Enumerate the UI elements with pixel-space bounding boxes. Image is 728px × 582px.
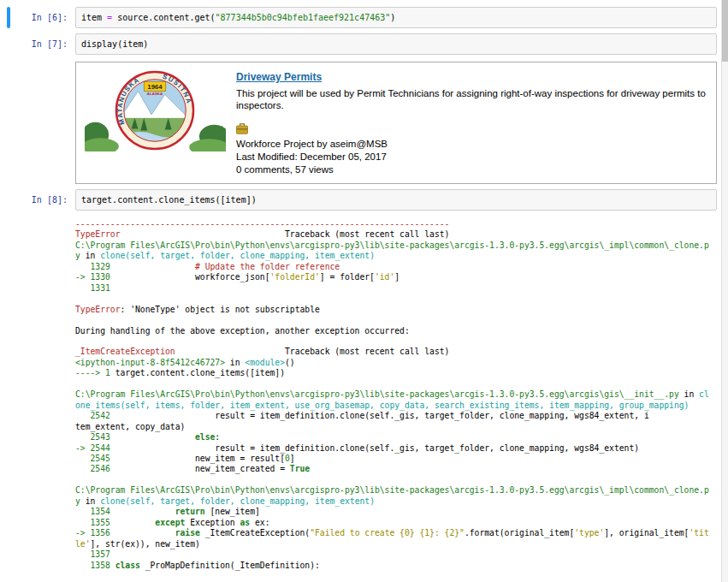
- source-line: [75, 336, 717, 347]
- source-line: 1331: [75, 283, 717, 294]
- source-line: -> 1356 raise _ItemCreateException("Fail…: [75, 528, 717, 538]
- source-line: [75, 475, 717, 485]
- source-line: <ipython-input-8-8f5412c46727> in <modul…: [75, 358, 717, 368]
- source-line: C:\Program Files\ArcGIS\Pro\bin\Python\e…: [75, 241, 717, 251]
- source-line: 1355 except Exception as ex:: [75, 518, 717, 528]
- output-area-7: MATANUSKA SUSITNA 1964 ALASKA Driveway P…: [75, 60, 717, 184]
- source-line: TypeError Traceback (most recent call la…: [75, 229, 717, 240]
- input-prompt-8: In [8]:: [0, 189, 75, 211]
- source-line: 2543 else:: [75, 432, 717, 442]
- input-area-8: target.content.clone_items([item]): [75, 189, 717, 211]
- output-cell-7: MATANUSKA SUSITNA 1964 ALASKA Driveway P…: [0, 57, 728, 187]
- item-type-line: Workforce Project by aseim@MSB: [236, 138, 707, 151]
- source-line: 2542 result = item_definition.clone(self…: [75, 411, 717, 421]
- source-line: le'], str(ex)), new_item): [75, 539, 717, 549]
- output-area-8: ----------------------------------------…: [75, 216, 717, 582]
- code-input-6[interactable]: item = source.content.get("877344b5b0c94…: [75, 7, 717, 28]
- source-line: -> 2544 result = item_definition.clone(s…: [75, 443, 717, 454]
- input-area-7: display(item): [75, 33, 717, 55]
- source-line: tem_extent, copy_data): [75, 422, 717, 432]
- scrollbar-thumb[interactable]: [722, 0, 728, 62]
- code-cell-6[interactable]: In [6]: item = source.content.get("87734…: [0, 4, 728, 31]
- source-line: ----------------------------------------…: [75, 219, 717, 229]
- input-area-6: item = source.content.get("877344b5b0c94…: [75, 7, 717, 28]
- output-prompt-7: [0, 60, 75, 184]
- error-traceback-output: ----------------------------------------…: [75, 219, 717, 582]
- source-line: 1358 class _ProMapDefinition(_ItemDefini…: [75, 561, 717, 571]
- source-line: C:\Program Files\ArcGIS\Pro\bin\Python\e…: [75, 485, 717, 496]
- source-line: _ItemCreateException Traceback (most rec…: [75, 347, 717, 357]
- item-stats-line: 0 comments, 57 views: [236, 163, 707, 176]
- code-input-8[interactable]: target.content.clone_items([item]): [75, 189, 717, 211]
- item-thumbnail: MATANUSKA SUSITNA 1964 ALASKA: [85, 69, 226, 151]
- item-modified-line: Last Modified: December 05, 2017: [236, 151, 707, 163]
- output-cell-8: ----------------------------------------…: [0, 213, 728, 582]
- source-line: [75, 294, 717, 304]
- item-title-link[interactable]: Driveway Permits: [236, 71, 322, 83]
- source-line: 1329 # Update the folder reference: [75, 262, 717, 272]
- source-line: [75, 571, 717, 581]
- source-line: target.content.clone_items([item]): [81, 193, 711, 206]
- jupyter-notebook-page: { "cells": { "c6": { "prompt": "In [6]:"…: [0, 0, 728, 582]
- source-line: y in clone(self, target, folder, clone_m…: [75, 251, 717, 261]
- item-description: This project will be used by Permit Tech…: [236, 87, 707, 111]
- notebook: In [6]: item = source.content.get("87734…: [0, 0, 728, 582]
- output-prompt-8: [0, 216, 75, 582]
- briefcase-icon: [236, 123, 248, 134]
- logo-year: 1964: [147, 83, 163, 91]
- input-prompt-7: In [7]:: [0, 33, 75, 55]
- source-line: y in clone(self, target, folder, clone_m…: [75, 496, 717, 507]
- code-input-7[interactable]: display(item): [75, 33, 717, 55]
- source-line: [75, 379, 717, 389]
- scrollbar[interactable]: [721, 0, 728, 582]
- source-line: ----> 1 target.content.clone_items([item…: [75, 368, 717, 378]
- code-cell-8[interactable]: In [8]: target.content.clone_items([item…: [0, 187, 728, 213]
- item-type-icon-row: [236, 123, 707, 136]
- source-line: C:\Program Files\ArcGIS\Pro\bin\Python\e…: [75, 389, 717, 400]
- item-card: MATANUSKA SUSITNA 1964 ALASKA Driveway P…: [75, 62, 717, 184]
- source-line: one_items(self, items, folder, item_exte…: [75, 401, 717, 411]
- source-line: display(item): [81, 38, 711, 50]
- source-line: item = source.content.get("877344b5b0c94…: [81, 11, 711, 24]
- source-line: During handling of the above exception, …: [75, 326, 717, 336]
- logo-region: ALASKA: [147, 92, 163, 96]
- source-line: 2546 new_item_created = True: [75, 464, 717, 474]
- source-line: 1357: [75, 549, 717, 560]
- source-line: 2545 new_item = result[0]: [75, 454, 717, 464]
- source-line: [75, 315, 717, 325]
- code-cell-7[interactable]: In [7]: display(item): [0, 31, 728, 57]
- source-line: TypeError: 'NoneType' object is not subs…: [75, 305, 717, 315]
- item-card-body: Driveway Permits This project will be us…: [236, 69, 707, 176]
- source-line: -> 1330 workforce_json['folderId'] = fol…: [75, 272, 717, 282]
- input-prompt-6: In [6]:: [0, 7, 75, 28]
- source-line: 1354 return [new_item]: [75, 507, 717, 517]
